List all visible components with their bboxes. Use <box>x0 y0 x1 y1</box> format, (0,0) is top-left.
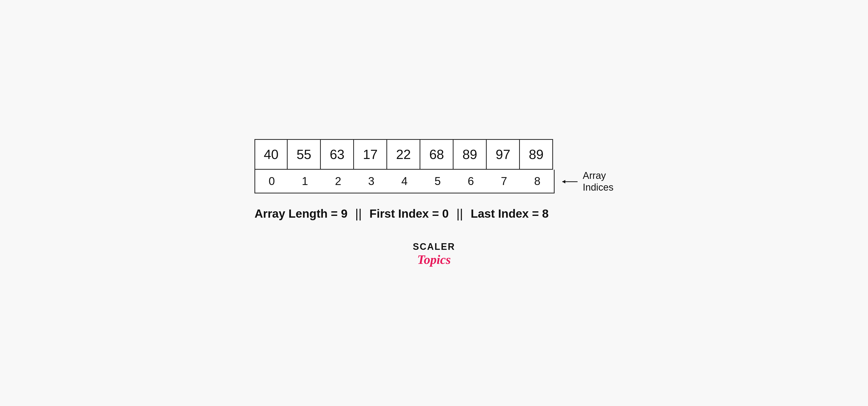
array-index-cell-6: 6 <box>454 170 488 193</box>
array-index-cell-3: 3 <box>355 170 388 193</box>
svg-marker-1 <box>562 180 565 184</box>
array-value-cell-8: 89 <box>520 139 553 170</box>
arrow-label-text: Array Indices <box>583 170 613 193</box>
array-index-cell-4: 4 <box>388 170 421 193</box>
arrow-label: Array Indices <box>560 170 613 193</box>
array-value-cell-3: 17 <box>354 139 387 170</box>
logo-section: SCALER Topics <box>254 241 613 267</box>
array-value-cell-5: 68 <box>420 139 454 170</box>
array-value-cell-1: 55 <box>288 139 321 170</box>
array-index-cell-8: 8 <box>521 170 554 193</box>
array-index-cell-0: 0 <box>255 170 288 193</box>
separator-1: || <box>355 206 362 221</box>
array-value-cell-4: 22 <box>387 139 420 170</box>
index-row-wrapper: 012345678 Array Indices <box>254 170 613 193</box>
array-indices-row: 012345678 <box>254 170 555 193</box>
first-index-label: First Index = 0 <box>370 207 449 220</box>
logo-topics-text: Topics <box>417 252 451 267</box>
array-value-cell-7: 97 <box>487 139 520 170</box>
arrow-icon <box>560 177 580 187</box>
array-value-cell-2: 63 <box>321 139 354 170</box>
array-length-label: Array Length = 9 <box>254 207 347 220</box>
separator-2: || <box>456 206 463 221</box>
page-container: 405563172268899789 012345678 Array Indic… <box>254 139 613 267</box>
array-value-cell-6: 89 <box>454 139 487 170</box>
last-index-label: Last Index = 8 <box>471 207 549 220</box>
array-index-cell-1: 1 <box>288 170 321 193</box>
diagram-container: 405563172268899789 012345678 Array Indic… <box>254 139 613 221</box>
array-index-cell-7: 7 <box>488 170 521 193</box>
logo-scaler-text: SCALER <box>413 241 455 252</box>
info-row: Array Length = 9 || First Index = 0 || L… <box>254 206 549 221</box>
array-index-cell-2: 2 <box>321 170 355 193</box>
array-value-cell-0: 40 <box>254 139 288 170</box>
array-values-row: 405563172268899789 <box>254 139 553 170</box>
array-index-cell-5: 5 <box>421 170 454 193</box>
